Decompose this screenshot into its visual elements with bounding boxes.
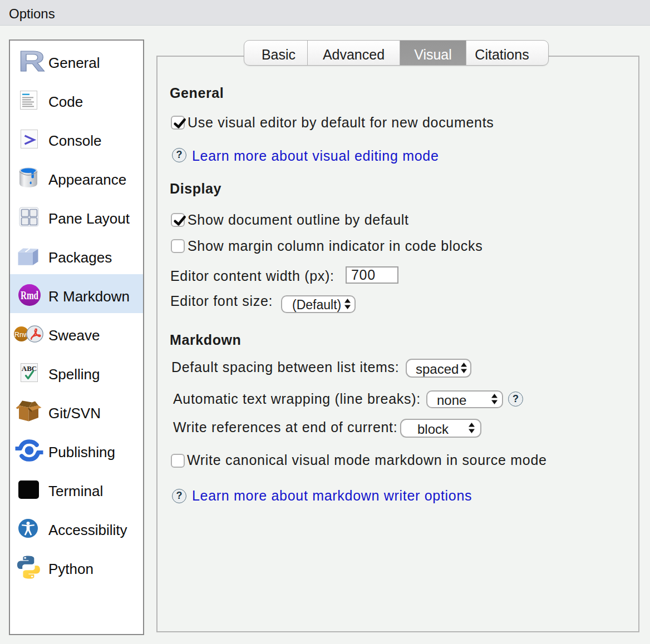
svg-text:ABC: ABC — [21, 364, 36, 373]
svg-text:Rmd: Rmd — [21, 289, 38, 301]
svg-text:R: R — [18, 45, 45, 77]
